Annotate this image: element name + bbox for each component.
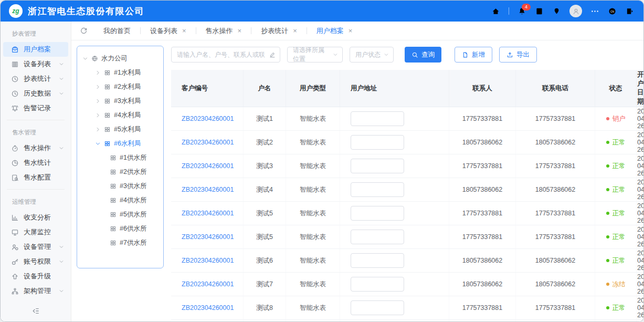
sidebar-item[interactable]: 设备管理 (3, 240, 68, 254)
location-tree: 水力公司#1水利局#2水利局#3水利局#4水利局#5水利局#6水利局#1供水所#… (77, 46, 164, 268)
grid-icon (104, 126, 111, 133)
customer-no-link[interactable]: ZB202304260001 (182, 162, 234, 170)
customer-no-link[interactable]: ZB202304260001 (182, 115, 234, 122)
sidebar-item[interactable]: 设备升级 (3, 269, 68, 284)
tree-node[interactable]: #2水利局 (78, 80, 162, 94)
table-cell (340, 131, 449, 154)
tree-node[interactable]: #3水利局 (78, 94, 162, 108)
tab[interactable]: 用户档案× (307, 22, 362, 40)
close-icon[interactable]: × (349, 27, 353, 34)
tab[interactable]: 我的首页 (94, 22, 140, 40)
sidebar-item[interactable]: 收支分析 (3, 210, 68, 225)
column-header: 联系人 (449, 70, 516, 107)
customer-no-link[interactable]: ZB202304260001 (182, 233, 234, 241)
sidebar-item-label: 设备管理 (24, 242, 51, 252)
sidebar-item[interactable]: 设备列表 (3, 57, 68, 71)
tree-node[interactable]: #6水利局 (78, 137, 162, 151)
customer-no-link[interactable]: ZB202304260001 (182, 257, 234, 264)
chevron-down-icon (59, 244, 64, 250)
refresh-icon[interactable] (80, 27, 88, 35)
grid-icon (110, 240, 117, 246)
tree-node[interactable]: #2供水所 (78, 165, 162, 179)
close-icon[interactable]: × (182, 27, 186, 34)
chevron-right-icon (95, 98, 101, 104)
language-icon[interactable]: CN (608, 7, 617, 16)
sidebar-item[interactable]: 抄表统计 (3, 71, 68, 86)
tree-node[interactable]: #6供水所 (78, 222, 162, 236)
grid-icon (104, 140, 111, 147)
customer-no-link[interactable]: ZB202304260001 (182, 186, 234, 193)
tree-node[interactable]: #5供水所 (78, 207, 162, 222)
collapse-sidebar-icon[interactable] (31, 307, 40, 315)
sidebar-item[interactable]: 售水统计 (3, 155, 68, 170)
tree-node[interactable]: #4水利局 (78, 108, 162, 122)
location-icon[interactable] (552, 7, 561, 16)
status-label: 正常 (613, 162, 626, 171)
address-input[interactable] (351, 135, 404, 150)
location-select[interactable]: 请选择所属位置 (287, 47, 343, 63)
tab[interactable]: 抄表统计× (251, 22, 307, 40)
keyword-input[interactable] (171, 47, 280, 63)
address-input[interactable] (351, 253, 404, 268)
address-input[interactable] (351, 206, 404, 221)
close-icon[interactable]: × (238, 27, 242, 34)
address-input[interactable] (351, 300, 404, 315)
customer-no-link[interactable]: ZB202304260001 (182, 304, 234, 311)
tree-node-label: #2供水所 (120, 168, 146, 176)
document-icon[interactable] (535, 7, 544, 16)
sidebar-item[interactable]: 账号权限 (3, 254, 68, 269)
customer-name: 测试7 (244, 273, 286, 296)
address-input[interactable] (351, 159, 404, 173)
customer-no-link[interactable]: ZB202304260001 (182, 139, 234, 146)
export-button[interactable]: 导出 (499, 47, 537, 63)
tree-node[interactable]: #7供水所 (78, 236, 162, 250)
sidebar-item-label: 用户档案 (24, 45, 51, 54)
tree-node[interactable]: #1水利局 (78, 66, 162, 80)
sidebar-item[interactable]: 售水操作 (3, 141, 68, 155)
add-button[interactable]: 新增 (455, 47, 492, 63)
grid-icon (104, 84, 111, 90)
open-date: 2023-04-26 (637, 320, 644, 322)
tree-node[interactable]: #4供水所 (78, 193, 162, 207)
tab[interactable]: 售水操作× (196, 22, 251, 40)
customer-no-link[interactable]: ZB202304260001 (182, 281, 234, 288)
tree-node-label: #5供水所 (120, 210, 146, 219)
tree-node[interactable]: #3供水所 (78, 179, 162, 193)
table-row: ZB202304260001测试9智能水表1775733788117757337… (171, 320, 643, 322)
status-select[interactable]: 用户状态 (350, 47, 394, 63)
tree-node[interactable]: #5水利局 (78, 122, 162, 137)
tab-label: 用户档案 (316, 26, 344, 36)
address-input[interactable] (351, 111, 404, 126)
app-window: zg 浙江智电生态股份有限公司 4 CN 抄表管理用户档案设备列表抄表统计历史数… (0, 0, 644, 322)
address-input[interactable] (351, 182, 404, 197)
close-icon[interactable]: × (293, 27, 297, 34)
tree-node-label: #6水利局 (114, 139, 141, 148)
sidebar-item[interactable]: 架构管理 (3, 284, 68, 298)
table-cell (340, 178, 449, 202)
sidebar-item[interactable]: 历史数据 (3, 86, 68, 101)
search-button[interactable]: 查询 (405, 47, 441, 63)
tab[interactable]: 设备列表× (141, 22, 196, 40)
table-cell: 冻结 (595, 273, 637, 296)
tree-node[interactable]: 水力公司 (78, 51, 162, 66)
sidebar-item-label: 告警记录 (24, 103, 51, 113)
stats-clock-icon (11, 75, 19, 83)
sidebar-item[interactable]: 售水配置 (3, 170, 68, 185)
ellipsis-icon[interactable] (590, 7, 599, 16)
table-cell: 正常 (595, 154, 637, 178)
search-button-label: 查询 (421, 50, 435, 59)
customer-no-link[interactable]: ZB202304260001 (182, 210, 234, 217)
status-dot-icon (606, 235, 609, 238)
address-input[interactable] (351, 230, 404, 244)
column-header: 户名 (244, 70, 286, 107)
logout-icon[interactable] (625, 7, 634, 16)
address-input[interactable] (351, 277, 404, 292)
avatar[interactable] (569, 5, 582, 17)
status-dot-icon (606, 306, 609, 309)
home-icon[interactable] (491, 7, 500, 16)
sidebar-item[interactable]: 用户档案 (3, 42, 68, 57)
sidebar-item[interactable]: 告警记录 (3, 101, 68, 116)
sidebar-item[interactable]: 大屏监控 (3, 225, 68, 240)
bell-icon[interactable]: 4 (518, 7, 526, 16)
tree-node[interactable]: #1供水所 (78, 151, 162, 165)
